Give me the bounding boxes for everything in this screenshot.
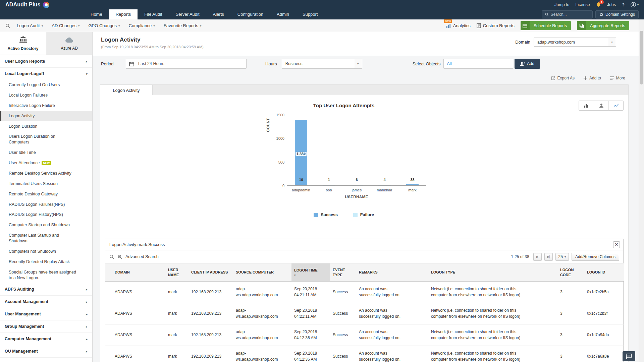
sidebar-section-account-management[interactable]: Account Management▸: [0, 295, 92, 308]
nav-configuration[interactable]: Configuration: [231, 9, 270, 19]
menu-ad-changes[interactable]: AD Changes▾: [52, 23, 79, 28]
add-to-button[interactable]: Add to: [583, 76, 601, 80]
line-chart-icon[interactable]: [608, 101, 623, 110]
app-logo[interactable]: ADAudit Plus: [5, 2, 49, 8]
column-header-logon-code[interactable]: LOGON CODE: [557, 263, 584, 282]
sidebar-section-user-management[interactable]: User Management▸: [0, 308, 92, 320]
column-header-logon-id[interactable]: LOGON ID: [584, 263, 624, 282]
nav-support[interactable]: Support: [296, 9, 325, 19]
sidebar-item-remote-desktop-gateway[interactable]: Remote Desktop Gateway: [0, 189, 92, 199]
more-button[interactable]: More: [610, 76, 625, 80]
table-row[interactable]: ADAPWSmark192.168.209.213adap-ws.adap.wo…: [105, 303, 624, 324]
sidebar-tab-active-directory[interactable]: Active Directory: [0, 32, 46, 55]
sidebar-section-user-logon-reports[interactable]: User Logon Reports▸: [0, 55, 92, 67]
close-icon[interactable]: ✕: [613, 241, 620, 248]
table-row[interactable]: ADAPWSmark192.168.209.213adap-ws.adap.wo…: [105, 346, 624, 362]
sidebar-section-adfs-auditing[interactable]: ADFS Auditing▸: [0, 283, 92, 295]
column-header-domain[interactable]: DOMAIN: [105, 263, 165, 282]
page-scrollbar[interactable]: [639, 19, 644, 362]
help-icon[interactable]: ?: [622, 2, 625, 7]
column-header-logon-time[interactable]: LOGON TIME▾: [291, 263, 330, 282]
sidebar-item-computers-not-shutdown[interactable]: Computers not Shutdown: [0, 246, 92, 257]
column-search-icon[interactable]: [109, 254, 114, 259]
next-page-button[interactable]: ▶: [533, 253, 542, 261]
tab-logon-activity[interactable]: Logon Activity: [100, 85, 153, 96]
sidebar-item-radius-logon-failures-nps[interactable]: RADIUS Logon Failures(NPS): [0, 199, 92, 210]
last-page-button[interactable]: ▶|: [544, 253, 553, 261]
column-header-source-computer[interactable]: SOURCE COMPUTER: [233, 263, 291, 282]
sidebar-item-computer-startup-and-shutdown[interactable]: Computer Startup and Shutdown: [0, 220, 92, 230]
nav-server-audit[interactable]: Server Audit: [169, 9, 206, 19]
sidebar-item-user-idle-time[interactable]: User Idle Time: [0, 147, 92, 158]
column-header-logon-type[interactable]: LOGON TYPE: [428, 263, 557, 282]
aggregate-reports-button[interactable]: Aggregate Reports: [577, 21, 629, 30]
select-objects-input[interactable]: All: [443, 59, 513, 69]
feedback-chat-button[interactable]: [623, 351, 635, 361]
advanced-search-label[interactable]: Advanced Search: [125, 254, 159, 259]
menu-gpo-changes[interactable]: GPO Changes▾: [88, 23, 120, 28]
legend-item-failure[interactable]: Failure: [353, 213, 374, 217]
sidebar-item-interactive-logon-failure[interactable]: Interactive Logon Failure: [0, 101, 92, 111]
menu-compliance[interactable]: Compliance▾: [129, 23, 155, 28]
page-size-select[interactable]: 25 ▾: [555, 253, 569, 261]
menu-logon-audit[interactable]: Logon Audit▾: [17, 23, 43, 28]
notifications-button[interactable]: 2: [596, 2, 601, 7]
column-header-user-name[interactable]: USER NAME: [165, 263, 189, 282]
add-objects-button[interactable]: Add: [515, 59, 540, 69]
legend-item-success[interactable]: Success: [314, 213, 338, 217]
column-header-client-ip-address[interactable]: CLIENT IP ADDRESS: [189, 263, 233, 282]
sidebar-item-user-attendance[interactable]: User AttendanceNEW: [0, 158, 92, 168]
table-row[interactable]: ADAPWSmark192.168.209.213adap-ws.adap.wo…: [105, 324, 624, 346]
sidebar-section-group-management[interactable]: Group Management▸: [0, 320, 92, 333]
jump-to-link[interactable]: Jump to: [554, 2, 569, 7]
sidebar-section-computer-management[interactable]: Computer Management▸: [0, 333, 92, 345]
sidebar-item-currently-logged-on-users[interactable]: Currently Logged On Users: [0, 80, 92, 90]
nav-reports[interactable]: Reports: [109, 9, 138, 19]
column-header-remarks[interactable]: REMARKS: [356, 263, 428, 282]
sidebar-item-logon-activity[interactable]: Logon Activity: [0, 111, 92, 121]
table-row[interactable]: ADAPWSmark192.168.209.213adap-ws.adap.wo…: [105, 282, 624, 303]
scrollbar-thumb[interactable]: [640, 31, 643, 84]
license-link[interactable]: License: [576, 2, 590, 7]
user-menu[interactable]: ▾: [631, 2, 639, 7]
report-search-icon[interactable]: [5, 23, 10, 28]
export-as-button[interactable]: Export As: [551, 76, 575, 80]
global-search[interactable]: [542, 10, 593, 18]
sidebar-tab-azure-ad[interactable]: Azure AD: [46, 32, 92, 55]
custom-reports-button[interactable]: Custom Reports: [477, 23, 515, 28]
calendar-icon[interactable]: [126, 61, 137, 66]
analytics-button[interactable]: NEW Analytics: [446, 23, 471, 28]
sidebar-section-local-logon-logoff[interactable]: Local Logon-Logoff▾: [0, 67, 92, 80]
nav-alerts[interactable]: Alerts: [206, 9, 231, 19]
column-header-event-type[interactable]: EVENT TYPE: [330, 263, 356, 282]
global-search-input[interactable]: [550, 12, 589, 17]
sidebar-section-ou-management[interactable]: OU Management▸: [0, 345, 92, 357]
domain-select[interactable]: adap.workshop.com ▾: [534, 38, 616, 47]
sidebar-item-logon-duration[interactable]: Logon Duration: [0, 121, 92, 132]
menu-favourite-reports[interactable]: Favourite Reports▾: [164, 23, 202, 28]
advanced-search-icon[interactable]: [117, 254, 122, 259]
nav-file-audit[interactable]: File Audit: [138, 9, 169, 19]
add-remove-columns-button[interactable]: Add/Remove Columns: [572, 253, 619, 261]
bar-mahidhar[interactable]: [378, 185, 391, 185]
sidebar-item-remote-desktop-services-activity[interactable]: Remote Desktop Services Activity: [0, 168, 92, 179]
bar-james[interactable]: [351, 185, 363, 185]
hours-select[interactable]: Business ▾: [282, 59, 362, 69]
bar-failure-adapadmin[interactable]: [295, 185, 307, 185]
sidebar-item-local-logon-failures[interactable]: Local Logon Failures: [0, 90, 92, 101]
nav-admin[interactable]: Admin: [270, 9, 296, 19]
user-view-icon[interactable]: [594, 101, 608, 110]
sidebar-item-radius-logon-history-nps[interactable]: RADIUS Logon History(NPS): [0, 209, 92, 220]
sidebar-section-gpo-management[interactable]: GPO Management▸: [0, 357, 92, 362]
sidebar-item-terminated-users-session[interactable]: Terminated Users Session: [0, 179, 92, 189]
period-input[interactable]: Last 24 Hours: [126, 59, 247, 69]
bar-bob[interactable]: [323, 185, 335, 185]
sidebar-item-users-logon-duration-on-computers[interactable]: Users Logon Duration on Computers: [0, 131, 92, 147]
jobs-link[interactable]: Jobs: [607, 2, 616, 7]
sidebar-item-special-groups-have-been-assigned-to-a-new-logon[interactable]: Special Groups have been assigned to a N…: [0, 267, 92, 283]
bar-chart-icon[interactable]: [579, 101, 594, 110]
nav-home[interactable]: Home: [84, 9, 109, 19]
domain-settings-button[interactable]: Domain Settings: [595, 10, 639, 18]
schedule-reports-button[interactable]: Schedule Reports: [521, 21, 571, 30]
bar-mark[interactable]: [406, 184, 419, 185]
